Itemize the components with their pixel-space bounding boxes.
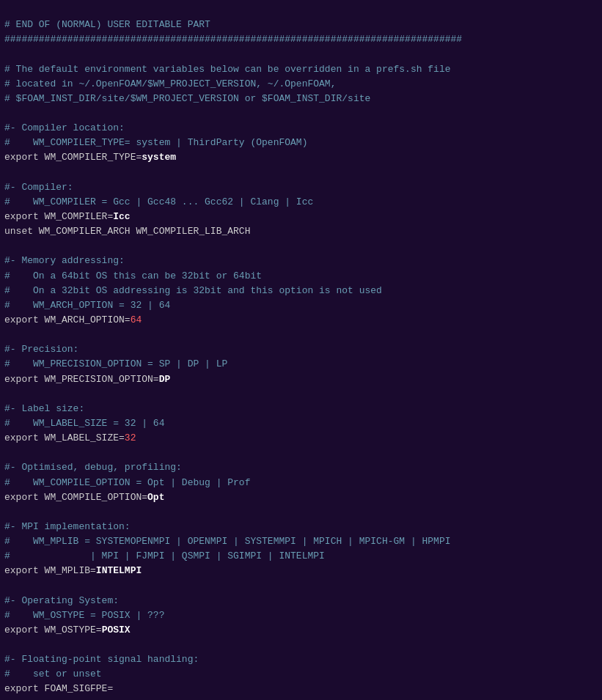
code-line: #- Compiler: (4, 180, 598, 195)
comment-text: # | MPI | FJMPI | QSMPI | SGIMPI | INTEL… (4, 550, 325, 561)
code-line: #- Precision: (4, 342, 598, 357)
comment-text: # located in ~/.OpenFOAM/$WM_PROJECT_VER… (4, 78, 336, 89)
code-line (4, 446, 598, 460)
export-prefix: export WM_ARCH_OPTION= (4, 314, 131, 325)
code-line (4, 328, 598, 342)
comment-text: # WM_COMPILER_TYPE= system | ThirdParty … (4, 137, 307, 148)
code-line: export WM_COMPILER=Icc (4, 210, 598, 224)
comment-text: # WM_COMPILE_OPTION = Opt | Debug | Prof (4, 477, 250, 488)
code-line: export WM_ARCH_OPTION=64 (4, 313, 598, 328)
code-line: export WM_MPLIB=INTELMPI (4, 564, 598, 578)
code-line: # WM_COMPILE_OPTION = Opt | Debug | Prof (4, 476, 598, 490)
code-line: unset WM_COMPILER_ARCH WM_COMPILER_LIB_A… (4, 224, 598, 239)
export-prefix: export WM_LABEL_SIZE= (4, 432, 125, 443)
code-line: #- Memory addressing: (4, 254, 598, 268)
export-prefix: export WM_COMPILE_OPTION= (4, 492, 147, 503)
code-line: # On a 32bit OS addressing is 32bit and … (4, 284, 598, 298)
export-value: 32 (125, 432, 136, 443)
code-line: # set or unset (4, 667, 598, 682)
comment-text: #- Operating System: (4, 595, 119, 606)
comment-text: # On a 64bit OS this can be 32bit or 64b… (4, 270, 262, 281)
code-line: # located in ~/.OpenFOAM/$WM_PROJECT_VER… (4, 77, 598, 92)
code-line: # WM_OSTYPE = POSIX | ??? (4, 608, 598, 623)
export-prefix: export WM_PRECISION_OPTION= (4, 374, 159, 385)
export-value: system (142, 152, 176, 163)
comment-text: # WM_OSTYPE = POSIX | ??? (4, 610, 164, 621)
code-line: export WM_COMPILE_OPTION=Opt (4, 490, 598, 505)
export-prefix: export WM_COMPILER= (4, 211, 113, 222)
comment-text: # WM_COMPILER = Gcc | Gcc48 ... Gcc62 | … (4, 196, 313, 207)
comment-text: #- Optimised, debug, profiling: (4, 462, 182, 473)
plain-text: unset WM_COMPILER_ARCH WM_COMPILER_LIB_A… (4, 226, 250, 237)
code-line (4, 387, 598, 402)
export-prefix: export FOAM_SIGFPE= (4, 683, 113, 694)
comment-text: # $FOAM_INST_DIR/site/$WM_PROJECT_VERSIO… (4, 93, 370, 104)
comment-text: #- Floating-point signal handling: (4, 654, 199, 665)
code-line: export WM_OSTYPE=POSIX (4, 623, 598, 638)
comment-text: # set or unset (4, 668, 102, 679)
code-line: # The default environment variables belo… (4, 62, 598, 77)
comment-text: # WM_LABEL_SIZE = 32 | 64 (4, 418, 164, 429)
comment-text: #- Compiler location: (4, 122, 125, 133)
code-line: # WM_ARCH_OPTION = 32 | 64 (4, 298, 598, 313)
export-value: Opt (147, 492, 164, 503)
export-value: DP (159, 374, 171, 385)
export-value: Icc (113, 211, 130, 222)
comment-text: # WM_MPLIB = SYSTEMOPENMPI | OPENMPI | S… (4, 536, 451, 547)
code-line: # $FOAM_INST_DIR/site/$WM_PROJECT_VERSIO… (4, 92, 598, 106)
code-line (4, 47, 598, 62)
code-line: #- Operating System: (4, 594, 598, 608)
comment-text: # WM_ARCH_OPTION = 32 | 64 (4, 300, 170, 311)
code-line: #- Compiler location: (4, 121, 598, 136)
export-value: POSIX (102, 625, 131, 635)
code-line: # WM_COMPILER_TYPE= system | ThirdParty … (4, 136, 598, 150)
comment-text: #- MPI implementation: (4, 521, 131, 532)
code-line: # WM_LABEL_SIZE = 32 | 64 (4, 416, 598, 431)
code-line: # END OF (NORMAL) USER EDITABLE PART (4, 18, 598, 32)
code-editor: # END OF (NORMAL) USER EDITABLE PART####… (0, 0, 602, 700)
code-line (4, 166, 598, 180)
export-value: INTELMPI (96, 565, 142, 576)
export-prefix: export WM_MPLIB= (4, 565, 96, 576)
code-line (4, 578, 598, 593)
code-line: # | MPI | FJMPI | QSMPI | SGIMPI | INTEL… (4, 549, 598, 564)
code-line: export WM_PRECISION_OPTION=DP (4, 372, 598, 387)
code-line (4, 638, 598, 652)
export-prefix: export WM_OSTYPE= (4, 625, 102, 635)
export-value: 64 (131, 314, 142, 325)
comment-text: #- Label size: (4, 403, 84, 414)
code-line: export FOAM_SIGFPE= (4, 682, 598, 696)
comment-text: #- Precision: (4, 344, 78, 355)
code-line: ########################################… (4, 32, 598, 47)
code-line: export WM_LABEL_SIZE=32 (4, 431, 598, 446)
comment-text: # END OF (NORMAL) USER EDITABLE PART (4, 19, 210, 30)
code-line: # WM_COMPILER = Gcc | Gcc48 ... Gcc62 | … (4, 195, 598, 210)
comment-text: # WM_PRECISION_OPTION = SP | DP | LP (4, 358, 227, 369)
code-line (4, 106, 598, 121)
comment-text: # The default environment variables belo… (4, 64, 451, 75)
code-line: #- Floating-point signal handling: (4, 652, 598, 667)
code-line: # On a 64bit OS this can be 32bit or 64b… (4, 269, 598, 284)
export-prefix: export WM_COMPILER_TYPE= (4, 152, 142, 163)
comment-text: ########################################… (4, 34, 462, 45)
code-line (4, 697, 598, 700)
code-line: export WM_COMPILER_TYPE=system (4, 150, 598, 165)
code-line: #- Optimised, debug, profiling: (4, 460, 598, 475)
code-line: #- MPI implementation: (4, 520, 598, 534)
comment-text: #- Memory addressing: (4, 255, 125, 266)
code-line: # WM_MPLIB = SYSTEMOPENMPI | OPENMPI | S… (4, 534, 598, 549)
comment-text: #- Compiler: (4, 182, 73, 193)
code-line: #- Label size: (4, 402, 598, 416)
code-line (4, 239, 598, 254)
comment-text: # On a 32bit OS addressing is 32bit and … (4, 285, 382, 296)
code-line: # WM_PRECISION_OPTION = SP | DP | LP (4, 357, 598, 372)
code-line (4, 505, 598, 520)
